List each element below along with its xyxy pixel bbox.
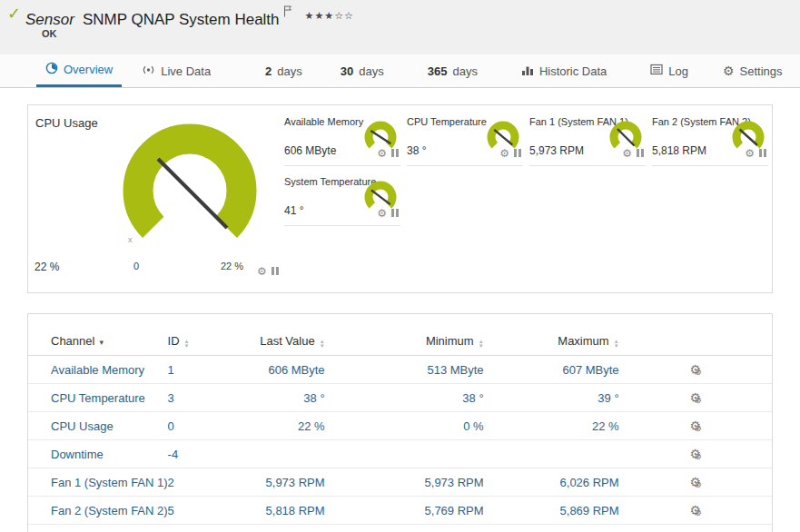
channel-last-value: 38 ° — [245, 384, 325, 412]
flag-icon[interactable] — [283, 4, 292, 21]
gear-icon[interactable]: ⚙ — [257, 265, 267, 278]
channel-name[interactable]: CPU Usage — [28, 412, 168, 440]
gear-icon: ⚙ — [695, 424, 702, 433]
tab-historic-data[interactable]: Historic Data — [512, 54, 616, 87]
tab-log[interactable]: Log — [641, 54, 697, 87]
gauge-value: 5,818 RPM — [652, 144, 706, 157]
sort-icon[interactable]: ▲▼ — [184, 340, 190, 348]
table-row[interactable]: Available Memory 1 606 MByte 513 MByte 6… — [28, 356, 772, 384]
sort-desc-icon[interactable]: ▾ — [99, 338, 104, 347]
tab-label: days — [277, 64, 301, 78]
prtg-sensor-page: ✓ SensorSNMP QNAP System Health★★★☆☆ OK … — [0, 0, 800, 532]
header-minimum[interactable]: Minimum▲▼ — [325, 329, 484, 356]
tab-settings[interactable]: ⚙ Settings — [714, 54, 792, 87]
sort-icon[interactable]: ▲▼ — [320, 340, 325, 348]
channel-id: 1 — [168, 356, 245, 384]
header-label: Last Value — [260, 334, 314, 348]
channel-settings-gear-icon[interactable]: ⚙⚙ — [686, 475, 706, 489]
pause-icon[interactable] — [391, 149, 399, 157]
channel-settings-gear-icon[interactable]: ⚙⚙ — [686, 503, 706, 517]
tab-label: Live Data — [161, 64, 211, 78]
channel-maximum: 607 MByte — [484, 356, 619, 384]
pause-icon[interactable] — [759, 149, 766, 157]
channel-id: -4 — [168, 440, 245, 468]
channel-name[interactable]: Fan 2 (System FAN 2) — [28, 497, 168, 525]
channel-last-value: 41 ° — [245, 525, 325, 532]
channel-settings-gear-icon[interactable]: ⚙⚙ — [686, 419, 706, 433]
sort-icon[interactable]: ▲▼ — [479, 340, 484, 348]
sort-down-icon: ▼ — [320, 344, 325, 349]
gear-icon: ⚙ — [695, 368, 702, 377]
live-data-icon — [142, 64, 155, 79]
gauge-cell-fan-1: Fan 1 (System FAN 1) 5,973 RPM ⚙ — [529, 112, 646, 166]
channel-maximum: 22 % — [484, 412, 619, 440]
priority-stars[interactable]: ★★★☆☆ — [305, 10, 354, 21]
channel-maximum: 6,026 RPM — [484, 468, 619, 497]
channel-last-value: 5,973 RPM — [245, 468, 325, 497]
gauge-cell-fan-2: Fan 2 (System FAN 2) 5,818 RPM ⚙ — [652, 112, 768, 166]
channel-last-value: 606 MByte — [245, 356, 325, 384]
header-channel[interactable]: Channel▾ — [28, 329, 168, 356]
gauge-value: 606 MByte — [284, 144, 336, 157]
tab-label: Settings — [740, 64, 783, 78]
gear-icon[interactable]: ⚙ — [377, 207, 387, 220]
channel-last-value: 22 % — [245, 412, 325, 440]
tab-live-data[interactable]: Live Data — [133, 54, 220, 87]
header-label: Maximum — [558, 334, 608, 348]
table-row[interactable]: System Temperature 4 41 ° 41 ° 41 ° ⚙⚙ — [28, 525, 772, 532]
log-icon — [650, 64, 663, 78]
tab-overview[interactable]: Overview — [36, 54, 122, 87]
channel-minimum: 41 ° — [325, 525, 484, 532]
table-row[interactable]: Fan 1 (System FAN 1) 2 5,973 RPM 5,973 R… — [28, 468, 772, 497]
tab-30-days[interactable]: 30 days — [331, 54, 393, 87]
gear-icon: ⚙ — [695, 480, 702, 489]
channels-panel: Channel▾ ID▲▼ Last Value▲▼ Minimum▲▼ Max… — [27, 313, 773, 532]
sort-down-icon: ▼ — [479, 344, 484, 349]
header-last-value[interactable]: Last Value▲▼ — [245, 329, 325, 356]
tab-number: 30 — [341, 64, 353, 78]
tab-365-days[interactable]: 365 days — [419, 54, 487, 87]
pause-icon[interactable] — [514, 149, 521, 157]
channel-settings-gear-icon[interactable]: ⚙⚙ — [686, 447, 706, 461]
channel-name[interactable]: Downtime — [28, 440, 168, 468]
gear-icon[interactable]: ⚙ — [745, 147, 755, 160]
channel-settings-gear-icon[interactable]: ⚙⚙ — [686, 390, 706, 405]
table-row[interactable]: Downtime -4 ⚙⚙ — [28, 440, 772, 468]
tab-2-days[interactable]: 2 days — [256, 54, 311, 87]
channel-name[interactable]: Available Memory — [28, 356, 168, 384]
channel-settings-gear-icon[interactable]: ⚙⚙ — [686, 362, 706, 377]
tab-number: 365 — [428, 64, 448, 78]
main-gauge-actions: ⚙ — [257, 262, 279, 279]
sensor-title-row: SensorSNMP QNAP System Health★★★☆☆ — [25, 4, 354, 29]
tab-bar: Overview Live Data 2 days 30 days 365 da… — [0, 54, 800, 88]
sort-down-icon: ▼ — [614, 344, 619, 349]
tab-label: days — [452, 64, 477, 78]
table-row[interactable]: Fan 2 (System FAN 2) 5 5,818 RPM 5,769 R… — [28, 497, 772, 525]
settings-gear-icon: ⚙ — [723, 64, 735, 78]
pause-icon[interactable] — [272, 267, 279, 275]
gear-icon[interactable]: ⚙ — [622, 147, 632, 160]
gauge-value: 41 ° — [284, 204, 303, 217]
header-id[interactable]: ID▲▼ — [168, 329, 245, 356]
gauge-scale-max-label: 22 % — [221, 261, 243, 271]
table-row[interactable]: CPU Temperature 3 38 ° 38 ° 39 ° ⚙⚙ — [28, 384, 772, 412]
channel-name[interactable]: System Temperature — [28, 525, 168, 532]
stars-filled: ★★★ — [305, 10, 335, 21]
channel-id: 5 — [168, 497, 245, 525]
object-kind-label: Sensor — [25, 11, 74, 28]
channel-name[interactable]: Fan 1 (System FAN 1) — [28, 468, 168, 497]
pause-icon[interactable] — [637, 149, 644, 157]
gear-icon[interactable]: ⚙ — [499, 147, 509, 160]
gauges-panel: CPU Usage x 22 % 0 22 % ⚙ Available Memo… — [27, 104, 773, 293]
header-maximum[interactable]: Maximum▲▼ — [484, 329, 619, 356]
channel-maximum — [484, 440, 619, 468]
channel-maximum: 41 ° — [484, 525, 619, 532]
channel-id: 2 — [168, 468, 245, 497]
header-label: Channel — [51, 334, 94, 348]
channel-name[interactable]: CPU Temperature — [28, 384, 168, 412]
gear-icon[interactable]: ⚙ — [377, 147, 387, 160]
sort-icon[interactable]: ▲▼ — [614, 340, 619, 348]
table-row[interactable]: CPU Usage 0 22 % 0 % 22 % ⚙⚙ — [28, 412, 772, 440]
page-title: SNMP QNAP System Health — [83, 11, 280, 28]
pause-icon[interactable] — [391, 209, 399, 217]
